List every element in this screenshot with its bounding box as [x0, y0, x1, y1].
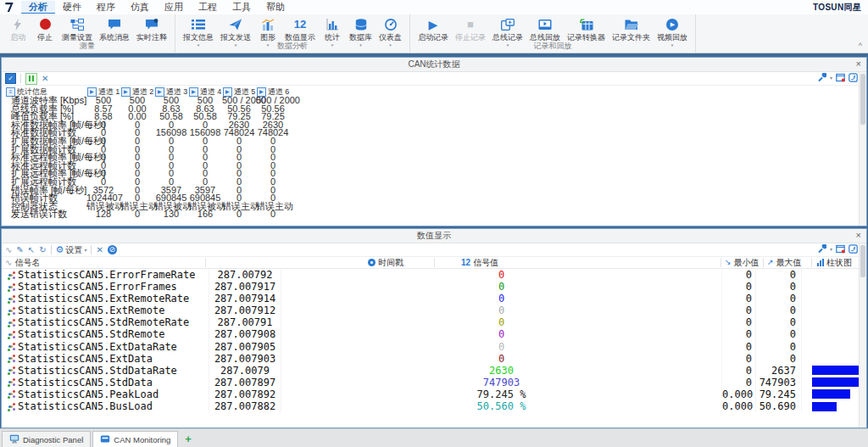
stats-clear-icon[interactable]: ✕ — [42, 74, 48, 84]
stats-wrench-icon[interactable] — [817, 73, 826, 82]
values-panel-titlebar[interactable]: 数值显示 × — [2, 229, 866, 243]
value-bar-cell — [802, 293, 866, 305]
menu-item[interactable]: 工程 — [191, 1, 225, 13]
lightning-icon — [11, 17, 25, 31]
add-tab-button[interactable]: + — [180, 432, 197, 447]
signal-name-icon: ∿ — [5, 257, 12, 268]
signal-dots-icon — [8, 369, 11, 372]
bottom-tab[interactable]: CAN Monitoring — [92, 431, 178, 447]
tsmaster-app: 分析硬件程序仿真应用工程工具帮助 TOSUN同星 启动停止测量设置系统消息实时注… — [0, 0, 868, 447]
bottom-tab[interactable]: Diagnostic Panel — [2, 431, 91, 447]
stats-table-row[interactable]: 发送错误计数128013016600 — [5, 210, 866, 219]
signal-row[interactable]: StatisticsCAN5.ExtData287.007903000 — [2, 353, 866, 365]
cursor-icon[interactable]: ↖ — [28, 245, 35, 254]
values-scrollbar[interactable] — [859, 243, 866, 427]
ribbon-button[interactable]: 停止 — [31, 16, 58, 43]
menu-item[interactable]: 分析 — [21, 1, 55, 14]
ribbon-button[interactable]: 系统消息 — [96, 16, 133, 43]
ribbon-button[interactable]: ■停止记录 — [452, 16, 489, 43]
ribbon-button[interactable]: 记录文件夹 — [609, 16, 654, 43]
values-delete-icon[interactable]: ✕ — [96, 245, 103, 255]
values-close-icon[interactable]: × — [856, 229, 861, 242]
ribbon-button[interactable]: 启动 — [4, 16, 31, 43]
stats-scrollbar[interactable] — [859, 72, 866, 226]
ribbon-button[interactable]: 实时注释 — [133, 16, 170, 43]
signal-dots-icon — [8, 274, 11, 277]
ribbon-group: ▶启动记录■停止记录总线记录▾总线回放记录转换器记录文件夹▶视频回放▾记录和回放 — [410, 14, 696, 53]
values-table-header: ∿信号名 时间戳 12信号值 ↘最小值 ↗最大值 柱状图 — [2, 257, 866, 269]
send-icon — [229, 17, 242, 31]
play-record-icon: ▶ — [429, 17, 438, 31]
value-bar-cell — [802, 365, 866, 377]
stats-pause-button[interactable] — [25, 73, 37, 85]
signal-row[interactable]: StatisticsCAN5.ErrorFrameRate287.0079200… — [2, 269, 866, 281]
bar-chart-icon — [817, 259, 824, 266]
record-converter-icon — [580, 17, 593, 31]
measure-settings-icon — [70, 17, 84, 31]
ribbon-button[interactable]: 测量设置 — [58, 16, 96, 43]
bottom-tab-bar: Diagnostic PanelCAN Monitoring + — [0, 428, 868, 447]
timestamp-icon — [368, 259, 376, 266]
signal-row[interactable]: StatisticsCAN5.ErrorFrames287.007917000 — [2, 281, 866, 293]
ribbon-button[interactable]: 总线回放 — [526, 16, 564, 43]
menu-item[interactable]: 仿真 — [123, 1, 157, 13]
signal-dots-icon — [8, 286, 11, 288]
stats-panel-titlebar[interactable]: CAN统计数据 × — [2, 58, 866, 72]
menu-item[interactable]: 硬件 — [55, 1, 89, 13]
ribbon-collapse-button[interactable]: ^ — [859, 42, 862, 50]
settings-caret-icon: ▾ — [84, 247, 86, 253]
min-icon: ↘ — [725, 257, 732, 268]
stats-wrench-caret-icon[interactable]: ▾ — [830, 75, 832, 81]
value-bar — [812, 366, 860, 375]
stats-export-icon[interactable] — [849, 73, 858, 82]
signal-dots-icon — [8, 321, 11, 324]
stats-panel-title: CAN统计数据 — [408, 59, 459, 69]
graph-icon — [261, 17, 275, 31]
can-monitoring-icon — [100, 434, 110, 445]
settings-button[interactable]: ⚙ 设置 ▾ — [56, 244, 87, 256]
signal-row[interactable]: StatisticsCAN5.StdRemoteRate287.00791000 — [2, 316, 866, 328]
value-12-icon: 12 — [461, 257, 470, 268]
value-bar-cell — [802, 316, 866, 328]
signal-wave-icon[interactable]: ∿ — [5, 245, 12, 254]
values-wrench-icon[interactable] — [817, 244, 826, 254]
signal-row[interactable]: StatisticsCAN5.BusLoad287.00788250.560 %… — [2, 400, 866, 412]
signal-row[interactable]: StatisticsCAN5.ExtRemote287.007912000 — [2, 305, 866, 316]
menu-bar: 分析硬件程序仿真应用工程工具帮助 TOSUN同星 — [0, 0, 868, 14]
values-table-body: StatisticsCAN5.ErrorFrameRate287.0079200… — [2, 269, 866, 412]
signal-row[interactable]: StatisticsCAN5.StdRemote287.007908000 — [2, 328, 866, 340]
signal-row[interactable]: StatisticsCAN5.ExtDataRate287.007905000 — [2, 341, 866, 353]
signal-row[interactable]: StatisticsCAN5.ExtRemoteRate287.00791400… — [2, 293, 866, 305]
menu-item[interactable]: 程序 — [89, 1, 123, 13]
stats-enable-checkbox[interactable]: ✓ — [5, 73, 16, 84]
signal-row[interactable]: StatisticsCAN5.PeakLoad287.00789279.245 … — [2, 388, 866, 400]
values-clear-icon[interactable]: ⊘ — [108, 245, 117, 254]
edit-pen-icon[interactable]: ✎ — [16, 245, 23, 254]
gear-icon: ⚙ — [56, 244, 64, 255]
database-icon — [354, 17, 368, 31]
menu-item[interactable]: 应用 — [157, 1, 191, 13]
signal-dots-icon — [8, 298, 11, 300]
values-export-icon[interactable] — [849, 244, 858, 254]
stats-close-icon[interactable]: × — [856, 58, 861, 70]
signal-row[interactable]: StatisticsCAN5.StdData287.00789774790307… — [2, 377, 866, 388]
ribbon-button[interactable]: ▶启动记录 — [415, 16, 452, 43]
signal-dots-icon — [8, 310, 11, 312]
stop-circle-icon — [40, 17, 51, 31]
signal-dots-icon — [8, 405, 11, 408]
value-bar-cell — [802, 328, 866, 340]
menu-item[interactable]: 工具 — [225, 1, 259, 13]
value-bar-cell — [802, 341, 866, 353]
values-wrench-caret-icon[interactable]: ▾ — [830, 246, 832, 252]
ribbon-button[interactable]: 记录转换器 — [564, 16, 609, 43]
numeric-display-panel: 数值显示 × ∿ ✎ ↖ ↻ ⚙ 设置 ▾ ✕ ⊘ ▾ — [1, 228, 867, 428]
signal-row[interactable]: StatisticsCAN5.StdDataRate287.0079263002… — [2, 365, 866, 377]
refresh-icon[interactable]: ↻ — [39, 245, 46, 254]
values-window-icon[interactable] — [836, 244, 845, 254]
stats-window-icon[interactable] — [836, 73, 845, 82]
value-bar — [812, 402, 837, 411]
gauge-icon — [384, 17, 398, 31]
list-icon — [192, 17, 205, 31]
menu-item[interactable]: 帮助 — [259, 1, 292, 13]
diagnostic-icon — [9, 434, 19, 445]
